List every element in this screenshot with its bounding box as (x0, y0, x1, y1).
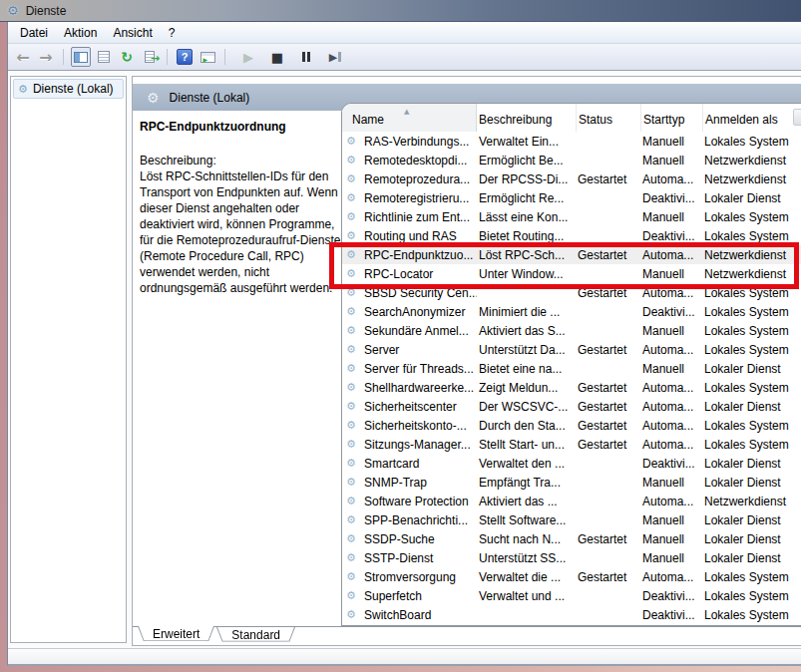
service-gear-icon: ⚙ (346, 305, 362, 318)
service-gear-icon: ⚙ (346, 589, 362, 602)
cell-name: Sekundäre Anmel... (362, 324, 477, 338)
table-row[interactable]: ⚙ServerUnterstützt Da...GestartetAutoma.… (342, 340, 801, 359)
cell-startup-type: Automa... (640, 570, 702, 584)
cell-description: Unter Window... (477, 267, 576, 281)
cell-startup-type: Deaktivi... (640, 608, 702, 622)
table-row[interactable]: ⚙SSTP-DienstUnterstützt SS...ManuellLoka… (342, 548, 801, 567)
cell-name: Routing und RAS (362, 229, 477, 243)
table-row[interactable]: ⚙Remoteregistrieru...Ermöglicht Re...Dea… (342, 188, 801, 207)
cell-description: Zeigt Meldun... (477, 381, 576, 395)
tab-erweitert[interactable]: Erweitert (138, 626, 214, 644)
table-row[interactable]: ⚙Remotedesktopdi...Ermöglicht Be...Manue… (342, 151, 801, 169)
table-row[interactable]: ⚙SNMP-TrapEmpfängt Tra...ManuellLokaler … (342, 473, 801, 492)
column-header-description[interactable]: Beschreibung (477, 104, 577, 132)
service-gear-icon: ⚙ (346, 513, 362, 526)
restart-service-icon[interactable] (325, 47, 345, 67)
cell-logon-as: Lokaler Dienst (702, 532, 801, 546)
table-row[interactable]: ⚙Sicherheitskonto-...Durch den Sta...Ges… (342, 416, 801, 435)
back-icon[interactable] (13, 47, 33, 67)
table-row[interactable]: ⚙SPP-Benachrichti...Stellt Software...Ma… (342, 510, 801, 529)
table-row[interactable]: ⚙RPC-LocatorUnter Window...ManuellNetzwe… (342, 264, 801, 283)
cell-name: SearchAnonymizer (362, 305, 477, 319)
stop-service-icon[interactable] (267, 47, 287, 67)
menu-item-[interactable]: ? (161, 23, 184, 43)
column-header-startup-type[interactable]: Starttyp (641, 104, 703, 132)
show-hide-console-tree-icon[interactable] (71, 47, 91, 67)
console-tree-panel: ⚙ Dienste (Lokal) (10, 76, 127, 643)
table-row[interactable]: ⚙SwitchBoardDeaktivi...Lokales System (342, 605, 801, 624)
table-row[interactable]: ⚙Server für Threads...Bietet eine na...M… (342, 359, 801, 378)
cell-startup-type: Manuell (640, 551, 702, 565)
console-content: ⚙ Dienste (Lokal) ⚙ Dienste (Lokal) RPC-… (8, 71, 801, 648)
cell-status: Gestartet (576, 172, 640, 186)
cell-description: Verwaltet die ... (477, 570, 576, 584)
cell-logon-as: Netzwerkdienst (702, 172, 801, 186)
cell-name: Server für Threads... (362, 362, 477, 376)
tab-label: Erweitert (153, 627, 200, 641)
service-gear-icon: ⚙ (346, 324, 362, 337)
column-header-name[interactable]: Name (342, 104, 477, 132)
cell-name: Smartcard (362, 457, 477, 471)
export-list-icon[interactable] (140, 47, 160, 67)
help-icon[interactable]: ? (175, 47, 195, 67)
forward-icon[interactable] (36, 47, 56, 67)
table-row[interactable]: ⚙Remoteprozedura...Der RPCSS-Di...Gestar… (342, 169, 801, 188)
table-row[interactable]: ⚙RPC-Endpunktzuo...Löst RPC-Sch...Gestar… (342, 245, 801, 264)
cell-startup-type: Deaktivi... (640, 457, 702, 471)
menu-item-ansicht[interactable]: Ansicht (105, 23, 160, 43)
cell-logon-as: Lokales System (702, 286, 801, 300)
table-row[interactable]: ⚙RAS-Verbindungs...Verwaltet Ein...Manue… (342, 132, 801, 151)
cell-startup-type: Automa... (640, 248, 702, 262)
menu-bar: DateiAktionAnsicht? (8, 22, 801, 44)
cell-logon-as: Lokales System (702, 438, 801, 452)
description-text: Löst RPC-Schnittstellen-IDs für den Tran… (140, 168, 344, 296)
cell-name: Remoteregistrieru... (362, 191, 477, 205)
refresh-icon[interactable] (117, 47, 137, 67)
properties-icon[interactable] (94, 47, 114, 67)
table-row[interactable]: ⚙Shellhardwareerke...Zeigt Meldun...Gest… (342, 378, 801, 397)
cell-name: Remotedesktopdi... (362, 154, 477, 168)
cell-description: Verwaltet den ... (477, 457, 576, 471)
cell-description: Stellt Start- un... (477, 438, 576, 452)
column-header-logon-as[interactable]: Anmelden als (703, 104, 801, 132)
pause-service-icon[interactable] (296, 47, 316, 67)
cell-description: Der WSCSVC-... (477, 400, 576, 414)
cell-logon-as: Netzwerkdienst (702, 495, 801, 508)
standard-view-icon[interactable] (198, 47, 217, 67)
cell-startup-type: Automa... (640, 381, 702, 395)
table-row[interactable]: ⚙SicherheitscenterDer WSCSVC-...Gestarte… (342, 397, 801, 416)
cell-startup-type: Manuell (640, 210, 702, 224)
vertical-scrollbar[interactable] (793, 109, 801, 126)
tab-standard[interactable]: Standard (216, 627, 295, 644)
column-header-status[interactable]: Status (577, 104, 641, 132)
table-row[interactable]: ⚙Richtlinie zum Ent...Lässt eine Kon...M… (342, 207, 801, 226)
table-row[interactable]: ⚙SearchAnonymizerMinimiert die ...Deakti… (342, 302, 801, 321)
service-gear-icon: ⚙ (346, 570, 362, 583)
cell-startup-type: Deaktivi... (640, 229, 702, 243)
table-row[interactable]: ⚙Routing und RASBietet Routing...Deaktiv… (342, 226, 801, 245)
title-bar[interactable]: ⚙ Dienste (0, 0, 801, 22)
table-row[interactable]: ⚙SSDP-SucheSucht nach N...GestartetManue… (342, 529, 801, 548)
table-row[interactable]: ⚙Sitzungs-Manager...Stellt Start- un...G… (342, 435, 801, 454)
table-row[interactable]: ⚙StromversorgungVerwaltet die ...Gestart… (342, 567, 801, 586)
table-row[interactable]: ⚙SuperfetchVerwaltet und ...Deaktivi...L… (342, 586, 801, 605)
cell-startup-type: Automa... (640, 343, 702, 357)
service-gear-icon: ⚙ (346, 267, 362, 280)
cell-description: Lässt eine Kon... (477, 210, 576, 224)
cell-name: Shellhardwareerke... (362, 381, 477, 395)
service-gear-icon: ⚙ (346, 419, 362, 432)
window-title: Dienste (26, 4, 67, 18)
cell-startup-type: Automa... (640, 495, 702, 508)
tree-item-services-local[interactable]: ⚙ Dienste (Lokal) (13, 79, 124, 99)
cell-logon-as: Netzwerkdienst (702, 248, 801, 262)
services-ghost-icon: ⚙ (147, 90, 160, 106)
pane-header-title: Dienste (Lokal) (170, 91, 250, 105)
table-row[interactable]: ⚙Software ProtectionAktiviert das ...Aut… (342, 492, 801, 510)
table-row[interactable]: ⚙SBSD Security Cen...GestartetAutoma...L… (342, 283, 801, 302)
start-service-icon[interactable] (238, 47, 258, 67)
table-row[interactable]: ⚙SmartcardVerwaltet den ...Deaktivi...Lo… (342, 454, 801, 473)
menu-item-datei[interactable]: Datei (12, 23, 56, 43)
menu-item-aktion[interactable]: Aktion (56, 23, 105, 43)
table-row[interactable]: ⚙Sekundäre Anmel...Aktiviert das S...Man… (342, 321, 801, 340)
service-gear-icon: ⚙ (346, 248, 362, 261)
